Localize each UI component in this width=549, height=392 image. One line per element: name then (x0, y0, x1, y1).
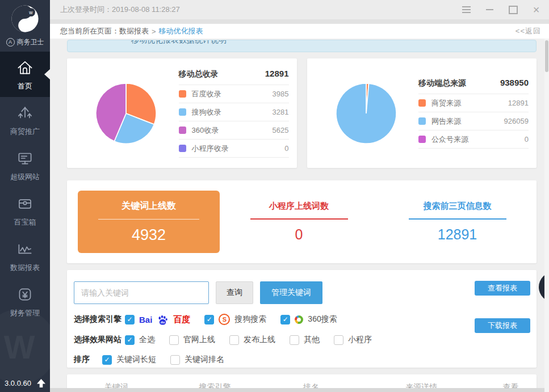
vertical-scrollbar[interactable] (544, 39, 549, 392)
sidebar-item-label: 百宝箱 (14, 217, 36, 227)
svg-text:du: du (161, 320, 165, 324)
sidebar-item-home[interactable]: 首页 (0, 52, 50, 97)
baidu-paw-icon: du (157, 314, 168, 325)
legend-value: 926059 (504, 117, 529, 125)
sort-options: ✓关键词长短关键词排名 (102, 355, 224, 365)
checkbox-unchecked-icon (170, 355, 180, 365)
app-name: 商务卫士 (17, 37, 44, 47)
stat-label: 关键词上线数 (121, 200, 176, 212)
legend-value: 3281 (273, 108, 289, 116)
legend-swatch (418, 117, 426, 125)
checkbox-checked-icon: ✓ (280, 315, 290, 324)
pie-slice-网告来源 (336, 83, 396, 143)
pie-legend-rows: 商贸来源12891网告来源926059公众号来源0 (418, 94, 529, 149)
view-report-button[interactable]: 查看报表 (475, 281, 530, 296)
checkbox-label: 搜狗搜索 (234, 314, 266, 324)
manage-keywords-button[interactable]: 管理关键词 (260, 281, 322, 304)
window-controls: × (455, 0, 549, 19)
legend-label: 商贸来源 (431, 98, 461, 108)
legend-swatch (179, 145, 186, 152)
checkbox-official[interactable]: 官网上线 (169, 335, 215, 345)
app-logo-icon: w (9, 3, 41, 35)
checkbox-label: 小程序 (348, 335, 372, 345)
close-icon[interactable]: × (525, 0, 548, 19)
checkbox-miniapp[interactable]: 小程序 (334, 335, 372, 345)
legend-swatch (179, 127, 186, 134)
checkbox-label: 360搜索 (308, 314, 337, 324)
pie-legend-rows: 百度收录3985搜狗收录3281360收录5625小程序收录0 (179, 85, 289, 158)
maximize-icon[interactable] (501, 0, 525, 19)
search-row: 查询 管理关键词 (74, 281, 537, 304)
stat-label: 小程序上线词数 (269, 201, 329, 212)
breadcrumb-current-link[interactable]: 移动优化报表 (159, 26, 203, 36)
app-name-row: A 商务卫士 (0, 37, 50, 47)
legend-row-小程序收录: 小程序收录0 (179, 140, 289, 158)
legend-value: 0 (525, 135, 529, 144)
pie-card-indexed: 移动总收录 12891 百度收录3985搜狗收录3281360收录5625小程序… (67, 58, 297, 168)
content: 移动优化报表数据统计说明 移动总收录 12891 百度收录3985搜狗收录328… (50, 39, 549, 392)
checkbox-all[interactable]: ✓全选 (125, 335, 155, 345)
engine-options: ✓Baidu百度✓S搜狗搜索✓360搜索 (125, 314, 337, 325)
sidebar-item-website[interactable]: 超级网站 (0, 142, 50, 188)
checkbox-unchecked-icon (169, 335, 179, 345)
update-arrow-icon[interactable] (37, 379, 45, 387)
checkbox-label: 全选 (139, 335, 155, 345)
sidebar-item-promotion[interactable]: 商贸推广 (0, 97, 50, 142)
minimize-icon[interactable] (478, 0, 501, 19)
keyword-search-input[interactable] (74, 281, 209, 304)
breadcrumb: 您当前所在页面：数据报表 > 移动优化报表 <<返回 (50, 24, 549, 39)
pie-legend-title: 移动总收录 12891 (179, 69, 289, 85)
checkbox-label: 其他 (304, 335, 320, 345)
checkbox-label: 官网上线 (183, 335, 215, 345)
engine-filter-row: 选择搜索引擎 ✓Baidu百度✓S搜狗搜索✓360搜索 (74, 314, 537, 325)
checkbox-unchecked-icon (334, 335, 343, 345)
checkbox-other[interactable]: 其他 (290, 335, 320, 345)
stat-value: 4932 (132, 226, 166, 244)
chart-cards-row: 移动总收录 12891 百度收录3985搜狗收录3281360收录5625小程序… (67, 58, 537, 168)
toolbox-icon (15, 194, 35, 213)
legend-row-360收录: 360收录5625 (179, 121, 289, 140)
menu-icon[interactable] (455, 0, 478, 19)
legend-swatch (418, 99, 426, 107)
breadcrumb-prefix: 您当前所在页面：数据报表 (60, 26, 149, 36)
sort-filter-row: 排序 ✓关键词长短关键词排名 (74, 355, 537, 365)
stat-keywords-online: 关键词上线数 4932 (78, 191, 220, 253)
back-link[interactable]: <<返回 (516, 26, 541, 36)
download-report-button[interactable]: 下载报表 (475, 318, 530, 333)
checkbox-publish[interactable]: 发布上线 (229, 335, 275, 345)
legend-row-公众号来源: 公众号来源0 (418, 130, 529, 149)
query-button[interactable]: 查询 (216, 281, 253, 304)
pie-total: 938950 (500, 78, 529, 87)
checkbox-kw-rank[interactable]: 关键词排名 (170, 355, 224, 365)
promotion-icon (15, 103, 35, 123)
baidu-logo-latin: Bai (139, 315, 152, 324)
legend-value: 0 (284, 144, 288, 153)
360-logo-icon (295, 315, 303, 324)
checkbox-sogou[interactable]: ✓S搜狗搜索 (204, 314, 266, 325)
checkbox-kw-length[interactable]: ✓关键词长短 (102, 355, 156, 365)
legend-row-搜狗收录: 搜狗收录3281 (179, 103, 289, 121)
pie-title: 移动总收录 (179, 69, 219, 79)
titlebar: 上次登录时间：2019-08-08 11:28:27 × (50, 0, 549, 19)
sidebar-item-label: 首页 (18, 81, 32, 91)
stats-card: 关键词上线数 4932 小程序上线词数 0 搜索前三页信息数 12891 (67, 180, 537, 263)
sidebar-item-label: 数据报表 (10, 263, 40, 273)
pie-card-sources: 移动端总来源 938950 商贸来源12891网告来源926059公众号来源0 (307, 58, 537, 168)
legend-value: 5625 (273, 126, 289, 134)
sidebar-item-report[interactable]: 数据报表 (0, 233, 50, 279)
sidebar-item-toolbox[interactable]: 百宝箱 (0, 188, 50, 233)
stat-value: 12891 (438, 226, 477, 243)
scrollbar-thumb[interactable] (545, 40, 548, 72)
sidebar-item-label: 超级网站 (10, 172, 40, 182)
svg-text:w: w (28, 10, 33, 15)
checkbox-360[interactable]: ✓360搜索 (280, 314, 337, 324)
pie-total: 12891 (265, 69, 289, 78)
legend-row-网告来源: 网告来源926059 (418, 112, 529, 130)
report-icon (15, 239, 35, 259)
checkbox-baidu[interactable]: ✓Baidu百度 (125, 314, 190, 325)
stat-divider (98, 219, 199, 220)
checkbox-label: 关键词长短 (116, 355, 156, 365)
legend-label: 网告来源 (431, 116, 461, 127)
sidebar-nav: 首页商贸推广超级网站百宝箱数据报表财务管理 (0, 52, 50, 324)
legend-value: 12891 (508, 99, 529, 107)
